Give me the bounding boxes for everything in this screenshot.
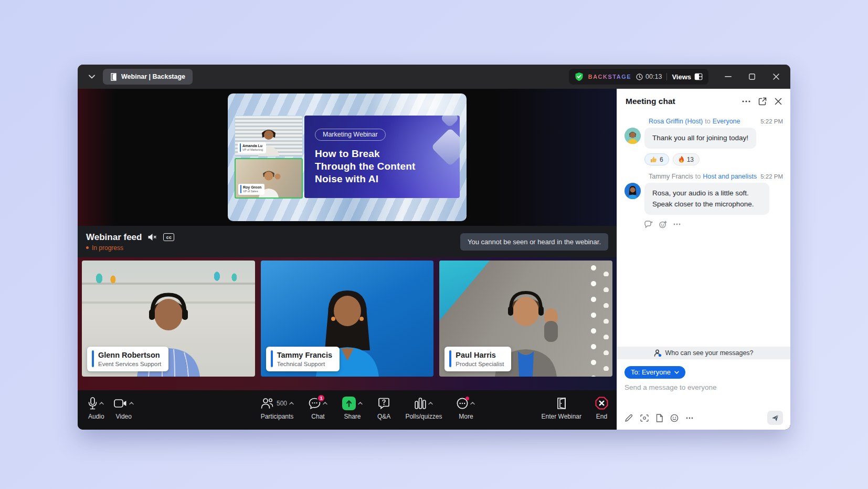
attach-file-icon[interactable] <box>656 414 663 422</box>
chevron-up-icon[interactable] <box>470 402 475 405</box>
name-card: Glenn Robertson Event Services Support <box>87 347 168 371</box>
minimize-button[interactable] <box>722 71 734 82</box>
recipient-name: Host and panelists <box>703 173 757 180</box>
feed-info-bar: Webinar feed cc In progress You cannot b… <box>78 226 617 257</box>
video-tile-paul: Paul Harris Product Specialist <box>439 261 612 377</box>
more-button[interactable]: More <box>457 396 475 420</box>
control-toolbar: Audio Video <box>78 390 617 430</box>
recipient-name: Everyone <box>713 118 740 125</box>
tab-webinar-backstage[interactable]: Webinar | Backstage <box>103 69 193 85</box>
reaction-fire[interactable]: 13 <box>673 153 700 165</box>
message-more-icon[interactable] <box>673 223 681 225</box>
name-card: Tammy Francis Technical Support <box>266 347 340 371</box>
stage-area: Amanda Lu VP of Marketing <box>78 89 617 226</box>
polls-bar-chart-icon <box>415 398 426 409</box>
participants-icon <box>260 398 273 409</box>
enter-door-icon <box>556 397 567 410</box>
timer-value: 00:13 <box>645 73 662 80</box>
closed-captions-icon[interactable]: cc <box>163 233 174 241</box>
chat-button[interactable]: 1 Chat <box>309 396 327 420</box>
privacy-link[interactable]: Who can see your messages? <box>617 347 790 359</box>
emoji-icon[interactable] <box>670 414 679 422</box>
chevron-up-icon[interactable] <box>289 402 294 405</box>
pip-tile-amanda: Amanda Lu VP of Marketing <box>235 116 303 157</box>
slide-diamond-decoration <box>440 116 460 128</box>
pip-tile-roy: Roy Green VP of Sales <box>235 158 303 199</box>
camera-icon <box>114 399 127 408</box>
sender-name: Rosa Griffin (Host) <box>649 118 703 125</box>
format-pen-icon[interactable] <box>624 414 633 422</box>
share-button[interactable]: Share <box>342 396 363 420</box>
qa-icon <box>378 398 389 409</box>
participants-count: 500 <box>277 400 287 407</box>
chat-header: Meeting chat <box>617 89 790 111</box>
session-status-pill: BACKSTAGE 00:13 Views <box>569 69 708 85</box>
fire-icon <box>679 156 684 163</box>
add-reaction-icon[interactable] <box>659 221 667 228</box>
video-tile-tammy: Tammy Francis Technical Support <box>261 261 434 377</box>
views-layout-icon <box>694 73 703 80</box>
backstage-badge: BACKSTAGE <box>588 74 631 80</box>
pop-out-icon[interactable] <box>758 97 767 106</box>
more-notification-dot <box>465 397 469 400</box>
maximize-button[interactable] <box>746 71 758 82</box>
share-screen-icon <box>342 397 356 410</box>
chevron-up-icon[interactable] <box>428 402 433 405</box>
clock-icon <box>636 74 643 80</box>
chat-message: Tammy Francis to Host and panelists 5:22… <box>624 169 783 228</box>
main-area: Amanda Lu VP of Marketing <box>78 89 617 430</box>
feed-status: In progress <box>86 244 174 252</box>
sender-name: Tammy Francis <box>649 173 693 180</box>
pip-name-label: Amanda Lu VP of Marketing <box>238 142 266 153</box>
end-octagon-icon <box>595 397 608 410</box>
webinar-window: Webinar | Backstage BACKSTAGE 00:13 View… <box>78 65 790 430</box>
compose-more-icon[interactable] <box>686 417 693 419</box>
chevron-up-icon[interactable] <box>99 402 104 405</box>
backstage-video-row: Glenn Robertson Event Services Support <box>78 257 617 390</box>
message-bubble: Thank you all for joining today! <box>644 128 756 149</box>
qa-button[interactable]: Q&A <box>377 396 390 420</box>
chevron-up-icon[interactable] <box>358 402 363 405</box>
backstage-notice: You cannot be seen or heard in the webin… <box>460 233 608 251</box>
message-input[interactable]: Send a message to everyone <box>624 383 783 411</box>
recipient-selector[interactable]: To: Everyone <box>624 366 685 379</box>
audio-button[interactable]: Audio <box>88 396 104 420</box>
session-timer: 00:13 <box>636 73 662 80</box>
avatar-rosa <box>624 128 641 144</box>
chat-close-icon[interactable] <box>775 98 782 105</box>
divider <box>666 73 667 80</box>
desktop-background: Webinar | Backstage BACKSTAGE 00:13 View… <box>0 0 868 489</box>
video-button[interactable]: Video <box>114 396 134 420</box>
pip-name-label: Roy Green VP of Sales <box>238 184 264 195</box>
shield-check-icon <box>575 72 584 81</box>
polls-button[interactable]: Polls/quizzes <box>405 396 442 420</box>
webinar-feed-preview: Amanda Lu VP of Marketing <box>228 93 467 221</box>
quote-reply-icon[interactable] <box>644 221 653 228</box>
send-button[interactable] <box>767 411 783 425</box>
message-time: 5:22 PM <box>760 118 783 124</box>
tab-label: Webinar | Backstage <box>121 73 185 80</box>
window-chevron-down-icon[interactable] <box>85 70 99 84</box>
slide-pill: Marketing Webinar <box>315 129 386 141</box>
chevron-up-icon[interactable] <box>323 402 327 405</box>
views-label: Views <box>672 73 691 81</box>
chat-message-list[interactable]: Rosa Griffin (Host) to Everyone 5:22 PM … <box>617 111 790 347</box>
close-button[interactable] <box>770 71 782 82</box>
speaker-muted-icon[interactable] <box>147 233 157 241</box>
avatar-tammy <box>624 183 641 199</box>
door-icon <box>110 73 117 81</box>
chevron-up-icon[interactable] <box>129 402 134 405</box>
end-button[interactable]: End <box>595 396 608 420</box>
chevron-down-icon <box>674 371 679 374</box>
views-button[interactable]: Views <box>672 73 703 81</box>
screen-capture-icon[interactable] <box>640 414 649 422</box>
chat-more-icon[interactable] <box>742 100 750 102</box>
tile-background <box>588 261 612 377</box>
presentation-slide: Marketing Webinar How to Break Through t… <box>304 116 460 198</box>
chat-title: Meeting chat <box>626 97 675 106</box>
participants-button[interactable]: 500 Participants <box>260 396 294 420</box>
compose-area: To: Everyone Send a message to everyone <box>617 359 790 430</box>
reaction-thumbs-up[interactable]: 6 <box>644 153 669 165</box>
message-bubble: Rosa, your audio is a little soft. Speak… <box>644 183 769 215</box>
enter-webinar-button[interactable]: Enter Webinar <box>542 396 581 420</box>
